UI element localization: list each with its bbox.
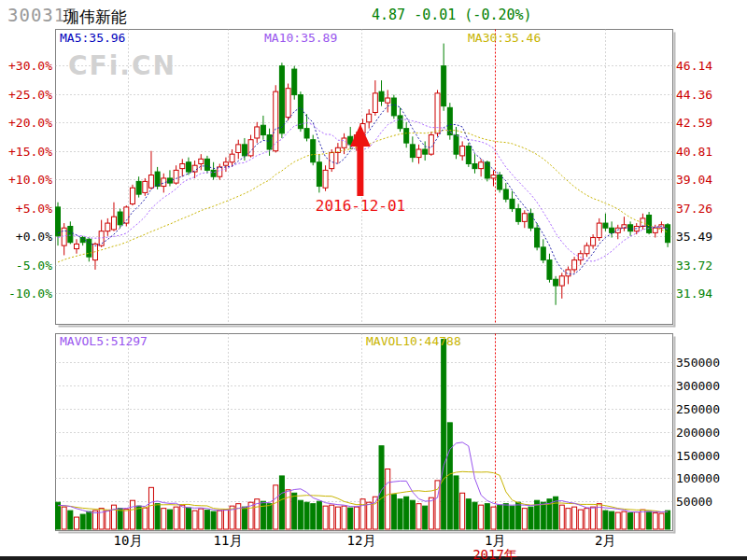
volume-bar [211, 511, 216, 529]
annotation-date: 2016-12-01 [315, 197, 406, 215]
volume-bar [516, 502, 521, 529]
volume-axis-label: 100000 [676, 472, 720, 484]
price-axis-pct-label: +15.0% [8, 146, 52, 158]
candle-body [379, 91, 384, 101]
volume-bar [274, 485, 278, 529]
month-tick-label: 10月 [114, 533, 143, 550]
price-axis-pct-label: -5.0% [16, 259, 52, 272]
candle-body [442, 66, 446, 106]
candle-body [111, 217, 116, 230]
candle-body [367, 114, 372, 122]
candle-body [87, 239, 92, 257]
candle-body [516, 209, 521, 222]
cfi-watermark: CFi.CN [68, 50, 176, 81]
candle-body [597, 223, 601, 237]
candle-body [218, 167, 222, 176]
volume-bar [659, 513, 664, 529]
stock-chart-page: 300317 珈伟新能 4.87 -0.01 (-0.20%) CFi.CN M… [0, 0, 747, 560]
month-tick-label: 11月 [214, 533, 243, 550]
candle-body [255, 127, 260, 138]
candle-body [603, 223, 608, 228]
candle-body [199, 159, 204, 163]
candle-body [180, 163, 185, 168]
price-axis-value-label: 37.26 [676, 203, 712, 215]
volume-bar [360, 499, 365, 529]
volume-bar [585, 509, 589, 529]
volume-bar [442, 340, 446, 529]
candle-body [398, 116, 402, 129]
candle-body [591, 238, 596, 246]
volume-bar [491, 507, 496, 529]
candle-body [410, 145, 415, 158]
candle-body [186, 162, 190, 172]
volume-bar [317, 501, 321, 529]
volume-bar [304, 502, 309, 529]
candle-body [56, 207, 61, 236]
candle-body [404, 129, 409, 143]
candle-body [292, 69, 297, 95]
volume-bar [610, 511, 614, 529]
volume-bar [423, 506, 428, 529]
volume-bar [68, 511, 73, 529]
volume-bar [472, 502, 477, 529]
candle-body [130, 188, 134, 203]
candle-body [311, 140, 316, 162]
volume-bar [466, 499, 471, 529]
volume-bar [429, 497, 433, 529]
volume-bar [566, 509, 571, 529]
volume-bar [279, 476, 284, 529]
ma30-label: MA30:35.46 [468, 31, 541, 45]
volume-bar [386, 469, 390, 529]
volume-bar [106, 511, 110, 529]
candle-body [466, 147, 471, 164]
volume-bar [498, 505, 502, 529]
candle-body [503, 189, 508, 199]
volume-bar [447, 423, 452, 529]
volume-axis-label: 350000 [676, 357, 720, 369]
volume-bar [634, 512, 639, 529]
stock-quote: 4.87 -0.01 (-0.20%) [372, 7, 532, 23]
candle-body [423, 149, 428, 154]
volume-axis-label: 300000 [676, 380, 720, 392]
volume-bar [622, 511, 627, 529]
candle-body [628, 225, 633, 231]
candle-body [510, 199, 514, 208]
candle-body [498, 175, 502, 189]
volume-bar [192, 511, 197, 529]
volume-bar [62, 507, 66, 529]
volume-bar [286, 490, 290, 529]
volume-bar [186, 508, 190, 529]
volume-bar [180, 505, 185, 529]
volume-bar [74, 517, 78, 529]
volume-bar [223, 510, 228, 529]
volume-bar [143, 508, 148, 529]
volume-bar [572, 507, 577, 529]
candle-body [242, 145, 247, 156]
candle-body [148, 175, 153, 189]
volume-bar [56, 502, 61, 529]
bottom-edge-line [0, 556, 747, 560]
candle-body [472, 163, 477, 168]
candle-body [479, 162, 484, 169]
candle-body [429, 135, 433, 155]
year-label: 2017年 [472, 547, 517, 560]
volume-axis-label: 50000 [676, 496, 712, 508]
volume-bar [124, 510, 129, 529]
volume-bar [92, 511, 97, 529]
volume-bar [162, 509, 166, 529]
candle-body [572, 260, 577, 270]
volume-bar [367, 502, 372, 529]
candle-body [554, 279, 558, 286]
volume-bar [641, 510, 645, 529]
volume-bar [559, 505, 564, 529]
ma10-label: MA10:35.89 [264, 31, 337, 45]
candle-body [386, 98, 390, 103]
price-axis-pct-label: +20.0% [8, 117, 52, 129]
candle-body [106, 223, 110, 231]
volume-bar [174, 507, 178, 529]
candle-body [610, 228, 614, 232]
candle-body [454, 135, 458, 155]
month-tick-label: 12月 [347, 533, 376, 550]
candle-body [535, 228, 540, 247]
volume-bar [591, 507, 596, 529]
